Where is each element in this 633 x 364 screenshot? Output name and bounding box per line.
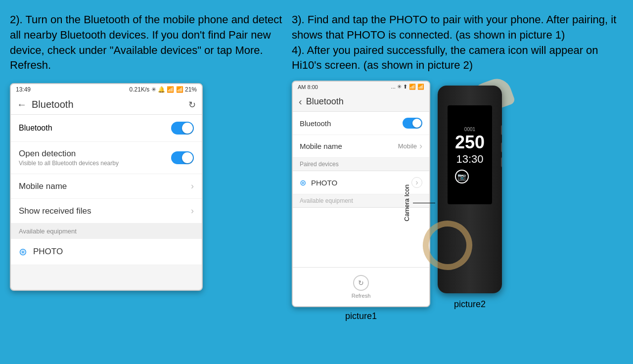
left-mobilename-row[interactable]: Mobile name › — [11, 174, 202, 199]
left-receivedfiles-chevron[interactable]: › — [191, 206, 194, 216]
right-device-name: PHOTO — [311, 179, 337, 187]
camera-label-wrapper: Camera Icon — [403, 184, 435, 221]
camera-label-text: Camera Icon — [403, 184, 410, 221]
left-phone-mockup: 13:49 0.21K/s ✳ 🔔 📶 📶 21% ← Bluetooth ↻ … — [10, 83, 203, 291]
right-refresh-icon[interactable]: ↻ — [353, 275, 369, 291]
right-paired-header: Paired devices — [293, 158, 429, 171]
left-device-name: PHOTO — [33, 247, 63, 257]
right-back-arrow[interactable]: ‹ — [299, 96, 302, 107]
left-bluetooth-toggle[interactable] — [171, 122, 194, 135]
camera-button-top[interactable] — [501, 125, 502, 135]
left-status-info: 0.21K/s ✳ 🔔 📶 📶 21% — [130, 86, 197, 93]
left-detection-toggle[interactable] — [171, 151, 194, 164]
right-instruction: 3). Find and tap the PHOTO to pair with … — [292, 10, 623, 76]
right-bt-icon: ⊛ — [300, 178, 306, 187]
camera-button-mid[interactable] — [501, 142, 502, 152]
left-header-title-container: ← Bluetooth — [17, 99, 74, 110]
left-bluetooth-label: Bluetooth — [19, 124, 52, 133]
left-back-arrow[interactable]: ← — [17, 99, 27, 110]
left-detection-label: Open detection — [19, 149, 119, 159]
camera-button-bottom[interactable] — [501, 157, 502, 167]
right-device-left: ⊛ PHOTO — [300, 178, 337, 187]
camera-big-number: 250 — [455, 132, 485, 153]
camera-screen: 0001 250 13:30 📷 — [448, 105, 492, 204]
picture2-label: picture2 — [438, 299, 502, 310]
right-bluetooth-label: Bluetooth — [300, 119, 331, 128]
right-mobilename-value-container: Mobile › — [398, 141, 422, 151]
camera-label-line — [413, 203, 435, 203]
left-mobilename-chevron[interactable]: › — [191, 181, 194, 191]
left-detection-info: Open detection Visible to all Bluetooth … — [19, 149, 119, 167]
right-phone-header: ‹ Bluetooth — [293, 92, 429, 112]
picture2-container: Camera Icon 0001 250 13:30 📷 — [438, 86, 502, 310]
left-device-row[interactable]: ⊛ PHOTO — [11, 239, 202, 265]
right-refresh-area[interactable]: ↻ Refresh — [293, 267, 429, 306]
right-section: 3). Find and tap the PHOTO to pair with … — [292, 10, 623, 354]
camera-screen-top: 0001 — [455, 127, 485, 132]
left-header-title: Bluetooth — [32, 99, 74, 110]
left-available-header: Available equipment — [11, 224, 202, 239]
right-refresh-label: Refresh — [352, 293, 371, 299]
right-status-time: AM 8:00 — [298, 84, 318, 90]
left-refresh-icon[interactable]: ↻ — [188, 99, 196, 110]
left-phone-body: Bluetooth Open detection Visible to all … — [11, 115, 202, 265]
right-mobilename-row[interactable]: Mobile name Mobile › — [293, 135, 429, 158]
left-bluetooth-row[interactable]: Bluetooth — [11, 115, 202, 142]
bottom-right-container: AM 8:00 ... ✳ ⬆ 📶 📶 ‹ Bluetooth Bluetoot… — [292, 81, 623, 321]
left-mobilename-label: Mobile name — [19, 182, 67, 191]
left-instruction: 2). Turn on the Bluetooth of the mobile … — [10, 10, 287, 76]
left-receivedfiles-label: Show received files — [19, 206, 91, 216]
right-bluetooth-row[interactable]: Bluetooth — [293, 112, 429, 135]
right-mobilename-label: Mobile name — [300, 142, 342, 150]
right-instruction-2: 4). After you paired successfully, the c… — [292, 44, 598, 72]
right-status-bar: AM 8:00 ... ✳ ⬆ 📶 📶 — [293, 82, 429, 92]
right-mobilename-chevron[interactable]: › — [419, 141, 422, 151]
camera-time: 13:30 — [455, 153, 485, 166]
camera-screen-content: 0001 250 13:30 📷 — [455, 127, 485, 183]
picture1-label: picture1 — [292, 311, 430, 321]
left-phone-header: ← Bluetooth ↻ — [11, 95, 202, 115]
main-container: 2). Turn on the Bluetooth of the mobile … — [0, 0, 633, 364]
left-detection-sublabel: Visible to all Bluetooth devices nearby — [19, 160, 119, 167]
left-bt-icon: ⊛ — [19, 246, 27, 258]
camera-icon-circle: 📷 — [455, 170, 469, 183]
right-status-info: ... ✳ ⬆ 📶 📶 — [391, 84, 424, 90]
left-status-bar: 13:49 0.21K/s ✳ 🔔 📶 📶 21% — [11, 84, 202, 95]
right-mobilename-value: Mobile — [398, 142, 417, 150]
right-bluetooth-toggle[interactable] — [403, 118, 422, 129]
left-section: 2). Turn on the Bluetooth of the mobile … — [10, 10, 287, 354]
right-instruction-1: 3). Find and tap the PHOTO to pair with … — [292, 13, 616, 41]
right-header-title: Bluetooth — [306, 96, 344, 107]
left-status-time: 13:49 — [16, 86, 31, 93]
left-receivedfiles-row[interactable]: Show received files › — [11, 199, 202, 224]
left-detection-row[interactable]: Open detection Visible to all Bluetooth … — [11, 142, 202, 174]
